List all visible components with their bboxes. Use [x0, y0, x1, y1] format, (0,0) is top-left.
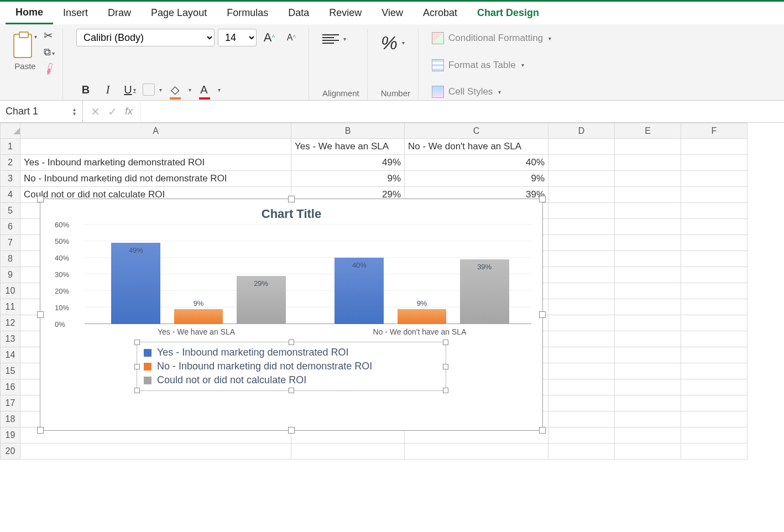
- cell[interactable]: [615, 203, 681, 219]
- cell[interactable]: [548, 379, 615, 395]
- cell[interactable]: [615, 267, 681, 283]
- underline-button[interactable]: U▾: [121, 81, 139, 98]
- cell[interactable]: [681, 411, 748, 427]
- cell[interactable]: Yes - We have an SLA: [291, 139, 405, 155]
- cell[interactable]: [548, 315, 615, 331]
- col-header-A[interactable]: A: [20, 123, 291, 139]
- cell[interactable]: [548, 139, 615, 155]
- cell[interactable]: [548, 219, 615, 235]
- cell[interactable]: [20, 139, 291, 155]
- row-header[interactable]: 13: [1, 331, 20, 347]
- cell[interactable]: [615, 427, 681, 444]
- col-header-B[interactable]: B: [291, 123, 405, 139]
- chevron-down-icon[interactable]: ▾: [402, 40, 405, 46]
- row-header[interactable]: 16: [1, 379, 20, 395]
- cell[interactable]: [548, 171, 615, 187]
- border-button[interactable]: [143, 84, 155, 96]
- resize-handle[interactable]: [288, 196, 295, 202]
- chart-bar[interactable]: 39%: [460, 259, 509, 324]
- tab-insert[interactable]: Insert: [53, 3, 98, 23]
- cell[interactable]: [681, 299, 748, 315]
- cell[interactable]: [548, 267, 615, 283]
- alignment-icon[interactable]: [322, 34, 339, 44]
- resize-handle[interactable]: [134, 364, 140, 369]
- chart-plot-area[interactable]: 0%10%20%30%40%50%60%49%9%29%40%9%39%: [85, 225, 531, 324]
- cell[interactable]: [615, 444, 681, 460]
- copy-icon[interactable]: ⧉▾: [44, 46, 55, 58]
- format-painter-icon[interactable]: 🖌: [41, 61, 58, 77]
- cell[interactable]: [615, 219, 681, 235]
- cell[interactable]: [548, 395, 615, 411]
- cell[interactable]: [615, 411, 681, 427]
- cell[interactable]: [681, 219, 748, 235]
- name-box[interactable]: Chart 1 ▲▼: [0, 101, 83, 122]
- chart-bar[interactable]: 9%: [398, 309, 447, 324]
- resize-handle[interactable]: [539, 196, 546, 202]
- row-header[interactable]: 18: [1, 411, 20, 427]
- cell[interactable]: [548, 444, 615, 460]
- cell[interactable]: [681, 251, 748, 267]
- cell[interactable]: [548, 283, 615, 299]
- col-header-F[interactable]: F: [681, 123, 748, 139]
- formula-input[interactable]: [141, 101, 784, 122]
- col-header-C[interactable]: C: [405, 123, 548, 139]
- row-header[interactable]: 7: [1, 235, 20, 251]
- cell[interactable]: [681, 395, 748, 411]
- cell[interactable]: [548, 427, 615, 444]
- chart-bar[interactable]: 29%: [237, 276, 286, 324]
- chart-legend[interactable]: Yes - Inbound marketing demonstrated ROI…: [137, 342, 446, 391]
- cell[interactable]: [681, 155, 748, 171]
- tab-review[interactable]: Review: [319, 3, 372, 23]
- cell[interactable]: [615, 171, 681, 187]
- percent-icon[interactable]: %: [381, 32, 398, 54]
- fx-label[interactable]: fx: [125, 106, 133, 117]
- cell[interactable]: [681, 139, 748, 155]
- resize-handle[interactable]: [134, 388, 140, 393]
- cell[interactable]: [681, 363, 748, 379]
- cell[interactable]: [681, 315, 748, 331]
- row-header[interactable]: 1: [1, 139, 20, 155]
- cell[interactable]: [548, 251, 615, 267]
- cell[interactable]: [615, 395, 681, 411]
- resize-handle[interactable]: [289, 340, 294, 345]
- cell[interactable]: [681, 427, 748, 444]
- chevron-down-icon[interactable]: ▾: [218, 87, 221, 93]
- cell[interactable]: [681, 203, 748, 219]
- cell[interactable]: [548, 187, 615, 203]
- cell[interactable]: [615, 155, 681, 171]
- conditional-formatting-button[interactable]: Conditional Formatting▾: [432, 32, 551, 44]
- cell[interactable]: [615, 299, 681, 315]
- cell[interactable]: Yes - Inbound marketing demonstrated ROI: [20, 155, 291, 171]
- cell[interactable]: [615, 331, 681, 347]
- resize-handle[interactable]: [539, 427, 546, 434]
- cut-icon[interactable]: ✂: [44, 29, 55, 42]
- cell[interactable]: [615, 251, 681, 267]
- cell[interactable]: 49%: [291, 155, 405, 171]
- resize-handle[interactable]: [37, 427, 44, 434]
- cell-styles-button[interactable]: Cell Styles▾: [432, 86, 551, 98]
- row-header[interactable]: 20: [1, 444, 20, 460]
- tab-chart-design[interactable]: Chart Design: [467, 3, 549, 23]
- font-name-select[interactable]: Calibri (Body): [76, 29, 215, 46]
- grow-font-button[interactable]: A^: [260, 29, 279, 46]
- chevron-down-icon[interactable]: ▾: [34, 34, 37, 40]
- chevron-down-icon[interactable]: ▾: [159, 87, 162, 93]
- cell[interactable]: [681, 331, 748, 347]
- bold-button[interactable]: B: [76, 81, 95, 98]
- cell[interactable]: [615, 235, 681, 251]
- chart-bar[interactable]: 49%: [111, 243, 160, 324]
- shrink-font-button[interactable]: A^: [282, 29, 301, 46]
- row-header[interactable]: 19: [1, 427, 20, 444]
- row-header[interactable]: 5: [1, 203, 20, 219]
- cell[interactable]: [615, 283, 681, 299]
- row-header[interactable]: 6: [1, 219, 20, 235]
- tab-acrobat[interactable]: Acrobat: [413, 3, 467, 23]
- cell[interactable]: No - We don't have an SLA: [405, 139, 548, 155]
- cell[interactable]: [615, 379, 681, 395]
- row-header[interactable]: 10: [1, 283, 20, 299]
- cancel-icon[interactable]: ✕: [91, 105, 100, 118]
- cell[interactable]: [548, 411, 615, 427]
- row-header[interactable]: 17: [1, 395, 20, 411]
- cell[interactable]: [681, 347, 748, 363]
- col-header-D[interactable]: D: [548, 123, 615, 139]
